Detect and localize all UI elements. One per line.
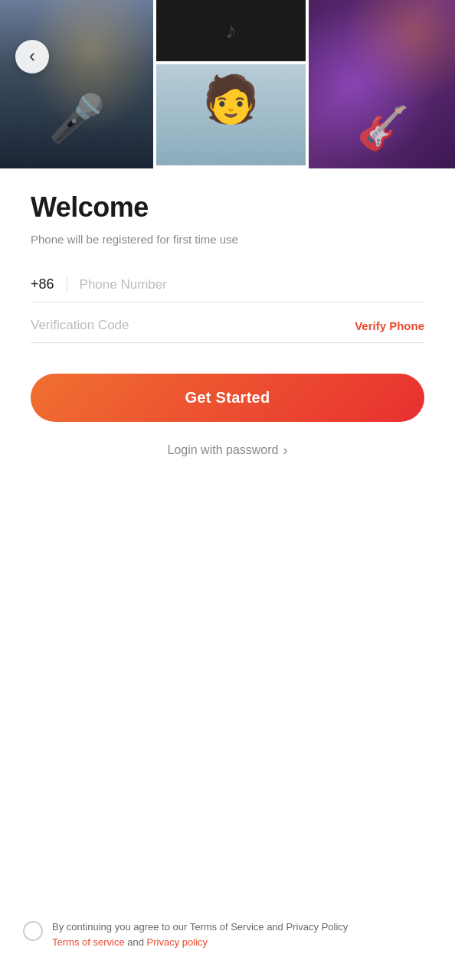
hero-left-column <box>0 0 153 168</box>
concert-image-right <box>309 0 455 168</box>
terms-of-service-link[interactable]: Terms of service <box>52 936 125 948</box>
hero-right-column <box>309 0 455 168</box>
content-section: Welcome Phone will be registered for fir… <box>0 168 455 518</box>
and-text: and <box>127 936 144 948</box>
hero-section <box>0 0 455 168</box>
terms-section: By continuing you agree to our Terms of … <box>0 920 455 949</box>
login-link-row: Login with password › <box>31 443 424 457</box>
get-started-button[interactable]: Get Started <box>31 374 424 422</box>
subtitle-text: Phone will be registered for first time … <box>31 233 424 246</box>
concert-image-top <box>156 0 306 61</box>
concert-image-left <box>0 0 153 168</box>
terms-text: By continuing you agree to our Terms of … <box>52 920 348 949</box>
verify-phone-button[interactable]: Verify Phone <box>355 319 424 332</box>
terms-checkbox[interactable] <box>23 921 43 941</box>
phone-input-row: +86 <box>31 276 424 302</box>
agreement-prefix: By continuing you agree to our Terms of … <box>52 921 348 933</box>
login-with-password-button[interactable]: Login with password <box>168 443 279 457</box>
hero-middle-column <box>156 0 306 168</box>
portrait-image <box>156 64 306 165</box>
welcome-title: Welcome <box>31 191 424 224</box>
phone-number-input[interactable] <box>80 277 424 292</box>
verification-row: Verify Phone <box>31 318 424 343</box>
privacy-policy-link[interactable]: Privacy policy <box>147 936 208 948</box>
back-button[interactable] <box>15 40 49 74</box>
chevron-right-icon: › <box>283 443 287 457</box>
country-code[interactable]: +86 <box>31 276 67 292</box>
verification-code-input[interactable] <box>31 318 355 333</box>
phone-input-group: +86 <box>31 276 424 302</box>
